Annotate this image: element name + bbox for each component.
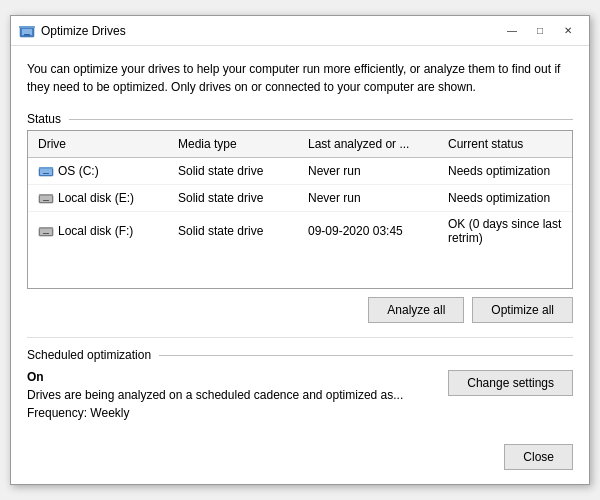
table-row[interactable]: OS (C:) Solid state drive Never run Need… xyxy=(28,158,572,185)
change-settings-button[interactable]: Change settings xyxy=(448,370,573,396)
table-row[interactable]: Local disk (F:) Solid state drive 09-09-… xyxy=(28,212,572,250)
status-section-label: Status xyxy=(27,112,573,126)
minimize-button[interactable]: — xyxy=(499,21,525,41)
header-drive: Drive xyxy=(34,135,174,153)
svg-rect-7 xyxy=(43,173,49,174)
last-analyzed-0: Never run xyxy=(304,161,444,181)
svg-rect-9 xyxy=(40,196,52,202)
scheduled-description: Drives are being analyzed on a scheduled… xyxy=(27,388,448,402)
header-media-type: Media type xyxy=(174,135,304,153)
svg-rect-11 xyxy=(43,200,49,201)
close-window-button[interactable]: ✕ xyxy=(555,21,581,41)
svg-rect-13 xyxy=(40,229,52,235)
header-current-status: Current status xyxy=(444,135,566,153)
svg-rect-6 xyxy=(39,167,53,169)
drive-icon-1 xyxy=(38,190,54,206)
scheduled-info: On Drives are being analyzed on a schedu… xyxy=(27,370,448,420)
drives-table: Drive Media type Last analyzed or ... Cu… xyxy=(27,130,573,289)
analyze-all-button[interactable]: Analyze all xyxy=(368,297,464,323)
optimize-drives-window: Optimize Drives — □ ✕ You can optimize y… xyxy=(10,15,590,485)
media-type-0: Solid state drive xyxy=(174,161,304,181)
media-type-1: Solid state drive xyxy=(174,188,304,208)
svg-rect-2 xyxy=(19,26,35,28)
titlebar: Optimize Drives — □ ✕ xyxy=(11,16,589,46)
drive-name-0: OS (C:) xyxy=(34,161,174,181)
table-header: Drive Media type Last analyzed or ... Cu… xyxy=(28,131,572,158)
drive-action-buttons: Analyze all Optimize all xyxy=(27,297,573,323)
close-button[interactable]: Close xyxy=(504,444,573,470)
scheduled-status: On xyxy=(27,370,448,384)
drive-icon-0 xyxy=(38,163,54,179)
window-icon xyxy=(19,23,35,39)
scheduled-section-label: Scheduled optimization xyxy=(27,348,573,362)
media-type-2: Solid state drive xyxy=(174,215,304,247)
current-status-0: Needs optimization xyxy=(444,161,566,181)
window-title: Optimize Drives xyxy=(41,24,499,38)
drive-name-2: Local disk (F:) xyxy=(34,215,174,247)
drive-name-1: Local disk (E:) xyxy=(34,188,174,208)
window-footer: Close xyxy=(11,434,589,484)
svg-rect-5 xyxy=(40,169,52,175)
current-status-1: Needs optimization xyxy=(444,188,566,208)
maximize-button[interactable]: □ xyxy=(527,21,553,41)
scheduled-body: On Drives are being analyzed on a schedu… xyxy=(27,370,573,420)
divider xyxy=(27,337,573,338)
svg-rect-3 xyxy=(24,34,30,36)
table-row[interactable]: Local disk (E:) Solid state drive Never … xyxy=(28,185,572,212)
svg-rect-10 xyxy=(39,194,53,196)
header-last-analyzed: Last analyzed or ... xyxy=(304,135,444,153)
scheduled-frequency: Frequency: Weekly xyxy=(27,406,448,420)
status-section: Status Drive Media type Last analyzed or… xyxy=(27,112,573,323)
drive-icon-2 xyxy=(38,223,54,239)
window-controls: — □ ✕ xyxy=(499,21,581,41)
svg-rect-15 xyxy=(43,233,49,234)
window-body: You can optimize your drives to help you… xyxy=(11,46,589,434)
last-analyzed-2: 09-09-2020 03:45 xyxy=(304,215,444,247)
svg-rect-14 xyxy=(39,227,53,229)
table-body: OS (C:) Solid state drive Never run Need… xyxy=(28,158,572,288)
scheduled-optimization-section: Scheduled optimization On Drives are bei… xyxy=(27,348,573,420)
last-analyzed-1: Never run xyxy=(304,188,444,208)
current-status-2: OK (0 days since last retrim) xyxy=(444,215,566,247)
optimize-all-button[interactable]: Optimize all xyxy=(472,297,573,323)
description-text: You can optimize your drives to help you… xyxy=(27,60,573,96)
